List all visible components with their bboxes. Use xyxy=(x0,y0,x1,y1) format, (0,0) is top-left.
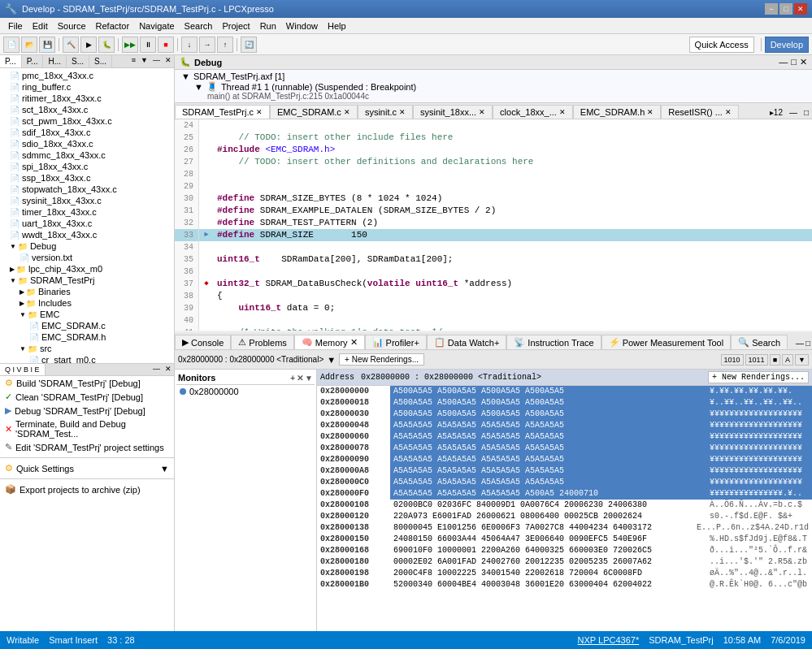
tree-binaries[interactable]: ▶📁Binaries xyxy=(2,286,172,297)
tab-close-btn[interactable]: ✕ xyxy=(725,108,732,116)
tab-hierarchy[interactable]: H... xyxy=(43,55,67,67)
tree-ssp[interactable]: 📄ssp_18xx_43xx.c xyxy=(2,172,172,184)
tool-panel-max[interactable]: □ xyxy=(805,339,810,348)
menu-edit[interactable]: Edit xyxy=(28,19,53,32)
tab-close-btn[interactable]: ✕ xyxy=(350,337,358,348)
tree-sdif[interactable]: 📄sdif_18xx_43xx.c xyxy=(2,127,172,138)
tree-version[interactable]: 📄version.txt xyxy=(2,252,172,263)
tab-sysinit-c[interactable]: sysinit.c ✕ xyxy=(358,105,413,119)
tb-run[interactable]: ▶ xyxy=(80,37,97,53)
build-action-build[interactable]: ⚙ Build 'SDRAM_TestPrj' [Debug] xyxy=(0,376,174,390)
menu-search[interactable]: Search xyxy=(180,19,218,32)
tab-power[interactable]: ⚡ Power Measurement Tool xyxy=(601,335,732,349)
collapse-all-btn[interactable]: ≡ xyxy=(129,55,138,67)
tab-build[interactable]: Q I V B I E xyxy=(0,364,46,375)
tree-sdram-proj[interactable]: ▼📁SDRAM_TestPrj xyxy=(2,275,172,286)
tb-step-over[interactable]: → xyxy=(199,37,215,53)
tb-resume[interactable]: ▶▶ xyxy=(122,37,138,53)
tab-panel-max[interactable]: □ xyxy=(801,106,812,119)
thread-expand[interactable]: ▼ xyxy=(194,82,203,92)
build-action-edit[interactable]: ✎ Edit 'SDRAM_TestPrj' project settings xyxy=(0,440,174,454)
tree-sdio[interactable]: 📄sdio_18xx_43xx.c xyxy=(2,138,172,149)
tree-emc-sdramh[interactable]: 📄EMC_SDRAM.h xyxy=(2,331,172,343)
debug-panel-close[interactable]: ✕ xyxy=(800,57,807,67)
view-1010-btn[interactable]: 1010 xyxy=(721,354,744,366)
del-monitor-btn[interactable]: ✕ xyxy=(297,374,303,383)
tab-instr-trace[interactable]: 📡 Instruction Trace xyxy=(506,335,601,349)
tree-includes[interactable]: ▶📁Includes xyxy=(2,297,172,309)
tb-step-return[interactable]: ↑ xyxy=(217,37,233,53)
tab-datawatch[interactable]: 📋 Data Watch+ xyxy=(427,335,506,349)
tab-clock-18xx[interactable]: clock_18xx_... ✕ xyxy=(493,105,573,119)
tree-src-folder[interactable]: ▼📁src xyxy=(2,343,172,354)
build-action-debug[interactable]: ▶ Debug 'SDRAM_TestPrj' [Debug] xyxy=(0,404,174,418)
menu-run[interactable]: Run xyxy=(255,19,281,32)
tb-new[interactable]: 📄 xyxy=(3,37,20,53)
tab-sdram-c[interactable]: SDRAM_TestPrj.c ✕ xyxy=(175,105,270,119)
tree-ring[interactable]: 📄ring_buffer.c xyxy=(2,81,172,93)
debug-panel-max[interactable]: □ xyxy=(791,57,797,67)
panel-min-btn[interactable]: — xyxy=(150,55,163,67)
monitor-item-0x28000000[interactable]: 0x28000000 xyxy=(176,385,315,398)
tab-panel-min[interactable]: — xyxy=(786,106,801,119)
tab-search[interactable]: 🔍 Search xyxy=(731,335,788,349)
tree-emc-folder[interactable]: ▼📁EMC xyxy=(2,309,172,320)
tab-project[interactable]: P... xyxy=(0,55,22,67)
menu-window[interactable]: Window xyxy=(281,19,323,32)
tab-close-btn[interactable]: ✕ xyxy=(256,108,263,116)
tab-problems[interactable]: ⚠ Problems xyxy=(231,335,293,349)
tb-open[interactable]: 📂 xyxy=(21,37,37,53)
tb-step-into[interactable]: ↓ xyxy=(181,37,198,53)
tree-debug-folder[interactable]: ▼📁Debug xyxy=(2,240,172,252)
tab-close-btn[interactable]: ✕ xyxy=(479,108,485,116)
tb-save[interactable]: 💾 xyxy=(39,37,55,53)
view-ascii-btn[interactable]: A xyxy=(782,354,793,366)
tab-emc-sdram-c[interactable]: EMC_SDRAM.c ✕ xyxy=(270,105,358,119)
develop-button[interactable]: Develop xyxy=(765,37,809,53)
menu-navigate[interactable]: Navigate xyxy=(134,19,179,32)
close-button[interactable]: ✕ xyxy=(794,3,807,15)
tab-close-btn[interactable]: ✕ xyxy=(559,108,566,116)
tab-resetisr[interactable]: ResetISR() ... ✕ xyxy=(661,105,739,119)
menu-refactor[interactable]: Refactor xyxy=(91,19,135,32)
menu-file[interactable]: File xyxy=(3,19,28,32)
tree-uart[interactable]: 📄uart_18xx_43xx.c xyxy=(2,218,172,229)
build-panel-min[interactable]: — xyxy=(150,364,163,375)
tab-profiler[interactable]: 📊 Profiler+ xyxy=(365,335,427,349)
more-tabs-btn[interactable]: ▸12 xyxy=(766,106,786,119)
status-cpu[interactable]: NXP LPC4367* xyxy=(578,635,640,645)
tab-search1[interactable]: S... xyxy=(67,55,89,67)
code-editor[interactable]: 24 25 // TODO: insert other include file… xyxy=(175,119,812,331)
tree-rit[interactable]: 📄ritimer_18xx_43xx.c xyxy=(2,93,172,104)
mon-more-btn[interactable]: ▼ xyxy=(305,374,313,383)
hex-dump-panel[interactable]: Address 0x28000000 : 0x28000000 <Traditi… xyxy=(317,370,812,631)
build-action-clean[interactable]: ✓ Clean 'SDRAM_TestPrj' [Debug] xyxy=(0,390,174,404)
quick-settings-item[interactable]: ⚙ Quick Settings ▼ xyxy=(0,461,174,475)
new-render-btn2[interactable]: + New Renderings... xyxy=(708,371,809,383)
tb-debug[interactable]: 🐛 xyxy=(98,37,115,53)
tree-sctpwm[interactable]: 📄sct_pwm_18xx_43xx.c xyxy=(2,115,172,127)
tree-cr-start-m0c[interactable]: 📄cr_start_m0.c xyxy=(2,354,172,364)
tab-close-btn[interactable]: ✕ xyxy=(344,108,350,116)
tab-sysinit-18xx[interactable]: sysinit_18xx... ✕ xyxy=(413,105,493,119)
build-action-terminate[interactable]: ✕ Terminate, Build and Debug 'SDRAM_Test… xyxy=(0,418,174,440)
tree-spi[interactable]: 📄spi_18xx_43xx.c xyxy=(2,161,172,172)
expand-arrow[interactable]: ▼ xyxy=(181,71,190,81)
tab-close-btn[interactable]: ✕ xyxy=(399,108,406,116)
tab-project2[interactable]: P... xyxy=(22,55,44,67)
tree-sdmmc[interactable]: 📄sdmmc_18xx_43xx.c xyxy=(2,149,172,161)
tree-lpc-chip[interactable]: ▶📁lpc_chip_43xx_m0 xyxy=(2,263,172,275)
panel-menu-btn[interactable]: ▼ xyxy=(138,55,150,67)
maximize-button[interactable]: □ xyxy=(779,3,792,15)
debug-panel-min[interactable]: — xyxy=(779,57,788,67)
add-monitor-btn[interactable]: + xyxy=(290,374,295,383)
tab-close-btn[interactable]: ✕ xyxy=(647,108,654,116)
tree-sysinit[interactable]: 📄sysinit_18xx_43xx.c xyxy=(2,195,172,206)
tb-stop[interactable]: ■ xyxy=(158,37,174,53)
quick-access-button[interactable]: Quick Access xyxy=(689,37,754,53)
view-1011-btn[interactable]: 1011 xyxy=(745,354,768,366)
addr-dropdown[interactable]: ▼ xyxy=(327,355,336,365)
tb-suspend[interactable]: ⏸ xyxy=(140,37,156,53)
menu-help[interactable]: Help xyxy=(323,19,351,32)
tree-emc-sdramc[interactable]: 📄EMC_SDRAM.c xyxy=(2,320,172,331)
